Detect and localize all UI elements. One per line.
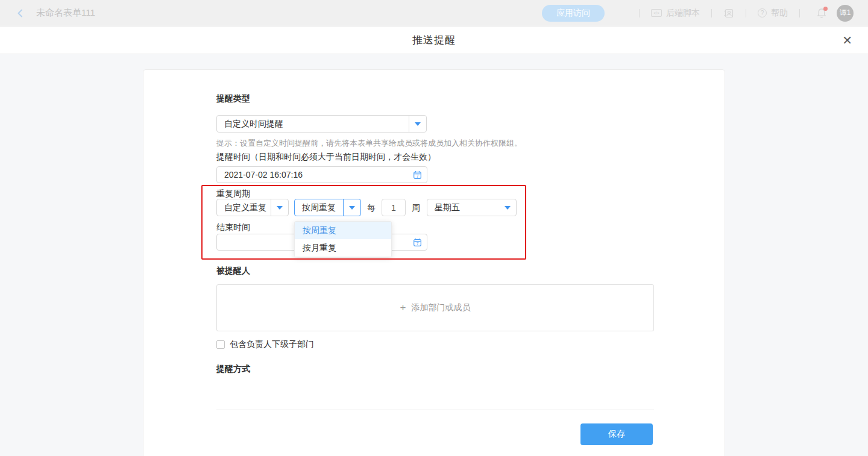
plus-icon: + xyxy=(400,302,406,314)
topbar-divider xyxy=(639,9,640,17)
svg-text:7: 7 xyxy=(417,173,419,178)
every-prefix-label: 每 xyxy=(367,202,376,213)
add-members-button[interactable]: + 添加部门或成员 xyxy=(216,284,654,331)
repeat-mode-select[interactable]: 自定义重复 xyxy=(216,199,289,216)
every-count-input[interactable]: 1 xyxy=(382,199,406,216)
reminder-time-label: 提醒时间（日期和时间必须大于当前日期时间，才会生效） xyxy=(216,151,436,162)
chevron-down-icon xyxy=(415,122,421,126)
contacts-icon xyxy=(723,8,734,19)
contacts-button[interactable] xyxy=(723,8,734,19)
modal-header: 推送提醒 ✕ xyxy=(0,27,868,54)
reminder-type-select[interactable]: 自定义时间提醒 xyxy=(216,115,427,133)
frequency-dropdown: 按周重复 按月重复 xyxy=(294,221,392,257)
chevron-down-icon xyxy=(349,206,355,210)
every-unit-label: 周 xyxy=(412,202,420,213)
weekday-value: 星期五 xyxy=(427,202,498,213)
reminder-time-value: 2021-07-02 16:07:16 xyxy=(217,170,413,180)
form-title: 未命名表单111 xyxy=(36,7,95,19)
include-subdept-label: 包含负责人下级子部门 xyxy=(230,339,314,350)
topbar-divider xyxy=(799,9,800,17)
modal-body: 提醒类型 自定义时间提醒 提示：设置自定义时间提醒前，请先将本表单共享给成员或将… xyxy=(0,54,868,456)
add-members-label: 添加部门或成员 xyxy=(411,302,470,313)
repeat-frequency-select[interactable]: 按周重复 xyxy=(294,199,361,216)
dropdown-option-monthly[interactable]: 按月重复 xyxy=(295,239,391,257)
reminded-people-label: 被提醒人 xyxy=(216,265,250,276)
reminder-hint: 提示：设置自定义时间提醒前，请先将本表单共享给成员或将成员加入相关协作权限组。 xyxy=(216,138,522,149)
dropdown-option-weekly[interactable]: 按周重复 xyxy=(295,222,391,239)
topbar-divider xyxy=(711,9,712,17)
svg-text:7: 7 xyxy=(417,241,419,245)
include-subdept-checkbox[interactable] xyxy=(216,340,225,349)
back-icon[interactable] xyxy=(16,8,27,19)
weekday-select[interactable]: 星期五 xyxy=(427,199,517,216)
reminder-time-input[interactable]: 2021-07-02 16:07:16 7 xyxy=(216,166,427,183)
close-icon[interactable]: ✕ xyxy=(842,34,852,46)
notifications-button[interactable] xyxy=(815,7,828,20)
repeat-mode-value: 自定义重复 xyxy=(217,202,271,213)
backend-script-button[interactable]: </> 后端脚本 xyxy=(651,8,700,19)
save-button[interactable]: 保存 xyxy=(580,423,653,445)
every-count-value: 1 xyxy=(391,203,396,213)
reminder-type-label: 提醒类型 xyxy=(216,93,250,104)
code-icon: </> xyxy=(651,9,662,17)
include-subdept-row: 包含负责人下级子部门 xyxy=(216,339,314,350)
footer-divider xyxy=(216,410,654,410)
app-topbar: 未命名表单111 应用访问 </> 后端脚本 ? 帮助 xyxy=(0,0,868,27)
notification-dot xyxy=(823,7,828,11)
reminder-settings-card: 提醒类型 自定义时间提醒 提示：设置自定义时间提醒前，请先将本表单共享给成员或将… xyxy=(143,69,725,456)
repeat-frequency-value: 按周重复 xyxy=(295,202,343,213)
repeat-cycle-label: 重复周期 xyxy=(216,188,250,199)
reminder-method-label: 提醒方式 xyxy=(216,363,250,374)
chevron-down-icon xyxy=(277,206,283,210)
topbar-divider xyxy=(746,9,746,17)
reminder-type-value: 自定义时间提醒 xyxy=(217,119,409,130)
calendar-icon[interactable]: 7 xyxy=(413,238,422,247)
modal-title: 推送提醒 xyxy=(412,33,456,47)
end-time-label: 结束时间 xyxy=(216,222,250,233)
calendar-icon[interactable]: 7 xyxy=(413,170,422,180)
help-icon: ? xyxy=(758,8,767,17)
help-button[interactable]: ? 帮助 xyxy=(758,8,788,19)
chevron-down-icon xyxy=(505,206,511,210)
avatar[interactable]: 谭1 xyxy=(837,5,854,22)
app-access-button[interactable]: 应用访问 xyxy=(542,5,605,22)
